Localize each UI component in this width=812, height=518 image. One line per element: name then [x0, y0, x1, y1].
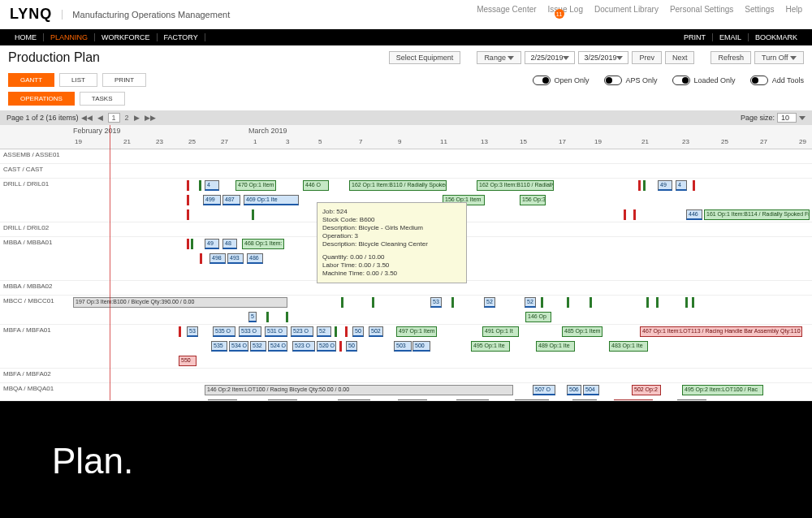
gantt-bar[interactable]: 523 Op:2	[456, 399, 489, 401]
gantt-bar[interactable]: 531 O	[265, 326, 287, 337]
gantt-bar[interactable]: 49	[658, 180, 672, 191]
select-equipment-button[interactable]: Select Equipment	[389, 51, 461, 64]
gantt-bar[interactable]: 197 Op:3 Item:B100 / Bicycle Qty:390.00 …	[73, 297, 287, 308]
toggle-add-tools[interactable]: Add Tools	[750, 76, 804, 85]
gantt-bar[interactable]: 535 O	[213, 326, 235, 337]
gantt-bar[interactable]: 503 Op:2 Ite	[614, 399, 653, 401]
gantt-bar[interactable]: 50	[352, 326, 364, 337]
resource-label[interactable]: MBFA / MBFA01	[0, 325, 73, 369]
gantt-bar[interactable]: 520 O	[317, 341, 336, 352]
gantt-bar[interactable]: 503	[394, 341, 412, 352]
gantt-bar[interactable]: 5	[248, 312, 257, 322]
gantt-bar[interactable]: 504	[583, 385, 599, 395]
gantt-bar[interactable]: 467 Op:1 Item:LOT113 / Racing Handle Bar…	[640, 326, 802, 337]
pager-next-icon[interactable]: ▶	[134, 114, 140, 122]
gantt-bar[interactable]: 52	[317, 326, 331, 337]
gantt-bar[interactable]: 52	[525, 297, 536, 308]
gantt-bar[interactable]: 495 Op:2 Item:LOT100 / Rac	[682, 385, 763, 395]
toggle-open-only[interactable]: Open Only	[533, 76, 590, 85]
resource-label[interactable]: ASSEMB / ASSE01	[0, 149, 73, 164]
nav-home[interactable]: HOME	[8, 33, 44, 41]
gantt-bar[interactable]: 470 Op:1 Item	[235, 180, 276, 191]
pager-page-1[interactable]: 1	[108, 113, 120, 123]
nav-workforce[interactable]: WORKFORCE	[95, 33, 158, 41]
resource-label[interactable]: MBFA / MBFA02	[0, 369, 73, 383]
tab-operations[interactable]: OPERATIONS	[8, 92, 75, 106]
turnoff-button[interactable]: Turn Off	[754, 51, 804, 64]
nav-issue-log[interactable]: Issue Log11	[548, 5, 583, 24]
tab-list[interactable]: LIST	[59, 73, 97, 87]
gantt-bar[interactable]: 528 Op:2	[268, 399, 297, 401]
nav-document-library[interactable]: Document Library	[594, 5, 659, 24]
nav-personal-settings[interactable]: Personal Settings	[670, 5, 733, 24]
nav-message-center[interactable]: Message Center	[477, 5, 536, 24]
gantt-bar[interactable]: 507 O	[533, 385, 555, 395]
refresh-button[interactable]: Refresh	[710, 51, 751, 64]
resource-label[interactable]: MBBA / MBBA01	[0, 237, 73, 281]
resource-label[interactable]: DRILL / DRIL01	[0, 179, 73, 222]
nav-planning[interactable]: PLANNING	[44, 33, 95, 41]
pager-last-icon[interactable]: ▶▶	[145, 114, 156, 122]
gantt-bar[interactable]: 535	[211, 341, 227, 352]
gantt-bar[interactable]: 493	[227, 253, 244, 264]
gantt-bar[interactable]: 506	[567, 385, 581, 395]
gantt-bar[interactable]: 501 Op:2	[677, 399, 706, 401]
gantt-bar[interactable]: 483 Op:1 Ite	[609, 341, 648, 352]
gantt-bar[interactable]: 156 Op:3	[520, 195, 546, 205]
gantt-bar[interactable]: 146 Op	[525, 312, 551, 322]
gantt-bar[interactable]: 491 Op:1 It	[482, 326, 519, 337]
gantt-bar[interactable]: 531 Op:2	[398, 399, 427, 401]
gantt-bar[interactable]: 469 Op:1 Ite	[244, 195, 299, 205]
gantt-bar[interactable]: 52	[484, 297, 495, 308]
gantt-bar[interactable]: 48	[222, 239, 237, 249]
gantt-bar[interactable]: 49	[205, 239, 219, 249]
pager-page-2[interactable]: 2	[125, 114, 129, 122]
gantt-bar[interactable]: 489 Op:1 Ite	[536, 341, 575, 352]
tab-print[interactable]: PRINT	[102, 73, 146, 87]
gantt-bar[interactable]: 521 Op:2 Ite	[515, 399, 549, 401]
resource-label[interactable]: MBQA / MBQA01	[0, 383, 73, 401]
nav-factory[interactable]: FACTORY	[158, 33, 205, 41]
gantt-bar[interactable]: 495 Op:1 Ite	[471, 341, 510, 352]
gantt-bar[interactable]: 446 O	[303, 180, 329, 191]
nav-help[interactable]: Help	[785, 5, 802, 24]
prev-button[interactable]: Prev	[632, 51, 662, 64]
gantt-bar[interactable]: 524 O	[268, 341, 287, 352]
gantt-bar[interactable]: 468 Op:1 Item:	[242, 239, 284, 249]
gantt-bar[interactable]: 523 O	[291, 326, 313, 337]
gantt-bar[interactable]: 487	[222, 195, 240, 205]
pagesize-input[interactable]: 10	[777, 113, 797, 123]
gantt-bar[interactable]: 532	[250, 341, 266, 352]
chevron-down-icon[interactable]	[799, 116, 806, 120]
gantt-bar[interactable]: 162 Op:1 Item:B110 / Radially Spoked Re	[349, 180, 447, 191]
gantt-bar[interactable]: 499	[203, 195, 221, 205]
resource-label[interactable]: DRILL / DRIL02	[0, 222, 73, 237]
date-to-input[interactable]: 3/25/2019	[578, 51, 628, 64]
resource-label[interactable]: CAST / CAST	[0, 164, 73, 179]
next-button[interactable]: Next	[665, 51, 695, 64]
gantt-bar[interactable]: 506 Op	[572, 399, 597, 401]
gantt-bar[interactable]: 497 Op:1 Item	[396, 326, 437, 337]
resource-label[interactable]: MBBA / MBBA02	[0, 281, 73, 296]
nav-settings[interactable]: Settings	[745, 5, 774, 24]
gantt-bar[interactable]: 162 Op:3 Item:B110 / Radially S	[477, 180, 554, 191]
nav-email[interactable]: EMAIL	[713, 33, 749, 41]
gantt-bar[interactable]: 500	[412, 341, 430, 352]
gantt-bar[interactable]: 50	[346, 341, 357, 352]
gantt-bar[interactable]: 523 O	[292, 341, 315, 352]
gantt-bar[interactable]: 502	[369, 326, 383, 337]
gantt-bar[interactable]: 485 Op:1 Item	[562, 326, 603, 337]
gantt-bar[interactable]: 161 Op:1 Item:B114 / Radially Spoked Fr	[704, 209, 810, 220]
gantt-bar[interactable]: 498	[209, 253, 226, 264]
tab-gantt[interactable]: GANTT	[8, 73, 54, 87]
gantt-bar[interactable]: 533 Op:2 I	[338, 399, 370, 401]
nav-bookmark[interactable]: BOOKMARK	[749, 33, 804, 41]
gantt-bar[interactable]: 502 Op:2	[632, 385, 661, 395]
gantt-bar[interactable]: 53	[187, 326, 198, 337]
date-from-input[interactable]: 2/25/2019	[525, 51, 575, 64]
gantt-bar[interactable]: 4	[676, 180, 687, 191]
range-button[interactable]: Range	[477, 51, 521, 64]
gantt-bar[interactable]: 146 Op:2 Item:LOT100 / Racing Bicycle Qt…	[205, 385, 513, 395]
gantt-bar[interactable]: 533 O	[239, 326, 261, 337]
gantt-bar[interactable]: 446	[686, 209, 702, 220]
